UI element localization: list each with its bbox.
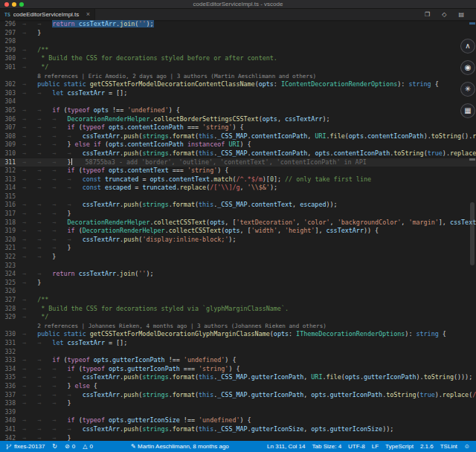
code-line[interactable]: 342→ → → } [0,434,476,442]
line-number[interactable]: 338 [0,399,22,408]
line-number[interactable]: 320 [0,236,22,245]
code-line[interactable]: 307→ → → if (typeof opts.contentIconPath… [0,123,476,132]
line-number[interactable]: 321 [0,244,22,253]
close-tab-icon[interactable]: × [86,11,90,18]
line-number[interactable]: 296 [0,20,22,29]
code-line[interactable]: 337→ → → → cssTextArr.push(strings.forma… [0,391,476,400]
line-number[interactable]: 325 [0,279,22,288]
line-number[interactable]: 333 [0,356,22,365]
line-number[interactable]: 310 [0,149,22,158]
code-line[interactable]: 299→ /** [0,46,476,55]
code-line[interactable]: 328→ * Build the CSS for decorations sty… [0,305,476,314]
code-line[interactable]: 326 [0,287,476,296]
line-number[interactable]: 335 [0,373,22,382]
line-number[interactable]: 331 [0,339,22,348]
code-line[interactable]: 335→ → → → cssTextArr.push(strings.forma… [0,373,476,382]
line-number[interactable]: 304 [0,97,22,106]
code-line[interactable]: 321→ → → } [0,244,476,253]
git-compare-icon[interactable]: ◇ [442,11,446,18]
code-line[interactable]: 302→ public static getCSSTextForModelDec… [0,80,476,89]
line-number[interactable]: 332 [0,348,22,357]
cursor-position-indicator[interactable]: Ln 311, Col 14 [267,443,305,450]
code-line[interactable]: 338→ → → } [0,399,476,408]
line-number[interactable]: 340 [0,416,22,425]
code-line[interactable]: 296→ → return cssTextArr.join(''); [0,20,476,29]
line-number[interactable]: 329 [0,313,22,322]
line-number[interactable]: 334 [0,365,22,374]
code-line[interactable]: 303→ → let cssTextArr = []; [0,89,476,98]
warning-indicator[interactable]: △ 0 [83,443,93,450]
overlay-record-icon[interactable]: ◉ [460,60,475,75]
line-number[interactable]: 303 [0,89,22,98]
typescript-version-indicator[interactable]: 2.1.6 [420,443,434,450]
line-number[interactable]: 317 [0,210,22,219]
code-line[interactable]: 304 [0,97,476,106]
line-number[interactable]: 308 [0,132,22,141]
git-blame-status[interactable]: ✎ Martin Aeschlimann, 8 months ago [93,443,267,450]
line-number[interactable]: 322 [0,253,22,262]
window-zoom-button[interactable] [19,2,24,7]
line-number[interactable]: 323 [0,262,22,271]
code-line[interactable]: 330→ public static getCSSTextForModelDec… [0,330,476,339]
split-editor-icon[interactable]: ❐ [425,11,430,18]
eol-indicator[interactable]: LF [372,443,379,450]
code-line[interactable]: 324→ → return cssTextArr.join(''); [0,270,476,279]
encoding-indicator[interactable]: UTF-8 [348,443,365,450]
line-number[interactable]: 316 [0,201,22,210]
line-number[interactable]: 300 [0,54,22,63]
code-line[interactable]: 334→ → → if (typeof opts.gutterIconPath … [0,365,476,374]
error-indicator[interactable]: ⊘ 0 [65,443,75,450]
line-number[interactable]: 312 [0,167,22,175]
code-line[interactable]: 336→ → → } else { [0,382,476,391]
code-line[interactable]: 331→ → let cssTextArr = []; [0,339,476,348]
language-indicator[interactable]: TypeScript [385,443,414,450]
line-number[interactable]: 319 [0,227,22,236]
code-line[interactable]: 323 [0,262,476,271]
code-line[interactable]: 340→ → → if (typeof opts.gutterIconSize … [0,416,476,425]
code-line[interactable]: 298 [0,37,476,46]
git-branch-indicator[interactable]: fixes-20137 [6,443,45,451]
code-line[interactable]: 310→ → → → cssTextArr.push(strings.forma… [0,149,476,158]
line-number[interactable]: 336 [0,382,22,391]
code-line[interactable]: 311→ → → }58755ba3 - add 'border', 'outl… [0,158,476,167]
open-preview-icon[interactable]: ▤ [458,11,464,18]
code-line[interactable]: 318→ → → DecorationRenderHelper.collectC… [0,219,476,227]
line-number[interactable]: 315 [0,193,22,201]
line-number[interactable]: 311 [0,158,22,167]
overlay-chevron-up-icon[interactable]: ∧ [460,39,475,54]
line-number[interactable]: 318 [0,219,22,227]
line-number[interactable]: 297 [0,29,22,38]
window-minimize-button[interactable] [12,2,16,7]
sync-button[interactable]: ↻ [52,443,57,450]
codelens-line[interactable]: 8 references | Eric Amodio, 2 days ago |… [0,72,476,81]
line-number[interactable]: 298 [0,37,22,46]
code-line[interactable]: 306→ → → DecorationRenderHelper.collectB… [0,115,476,124]
codelens-line[interactable]: 2 references | Johannes Rieken, 4 months… [0,322,476,331]
line-number[interactable]: 302 [0,80,22,89]
tab-code-editor-service-impl[interactable]: TS codeEditorServiceImpl.ts × [0,9,95,20]
line-number[interactable]: 324 [0,270,22,279]
code-line[interactable]: 319→ → → if (DecorationRenderHelper.coll… [0,227,476,236]
line-number[interactable]: 328 [0,305,22,314]
code-line[interactable]: 332 [0,348,476,357]
code-line[interactable]: 300→ * Build the CSS for decorations sty… [0,54,476,63]
line-number[interactable]: 341 [0,425,22,434]
line-number[interactable]: 314 [0,184,22,193]
code-line[interactable]: 320→ → → → cssTextArr.push('display:inli… [0,236,476,245]
code-line[interactable]: 316→ → → → cssTextArr.push(strings.forma… [0,201,476,210]
code-line[interactable]: 341→ → → → cssTextArr.push(strings.forma… [0,425,476,434]
code-line[interactable]: 308→ → → → cssTextArr.push(strings.forma… [0,132,476,141]
line-number[interactable]: 326 [0,287,22,296]
code-line[interactable]: 313→ → → → const truncated = opts.conten… [0,175,476,184]
code-line[interactable]: 339 [0,408,476,417]
code-line[interactable]: 325→ } [0,279,476,288]
line-number[interactable]: 313 [0,175,22,184]
code-line[interactable]: 333→ → if (typeof opts.gutterIconPath !=… [0,356,476,365]
code-line[interactable]: 309→ → → } else if (opts.contentIconPath… [0,141,476,149]
code-line[interactable]: 297→ } [0,29,476,38]
code-line[interactable]: 301→ */ [0,63,476,72]
tab-size-indicator[interactable]: Tab Size: 4 [312,443,342,450]
line-number[interactable]: 342 [0,434,22,442]
line-number[interactable]: 330 [0,330,22,339]
window-close-button[interactable] [4,2,9,7]
